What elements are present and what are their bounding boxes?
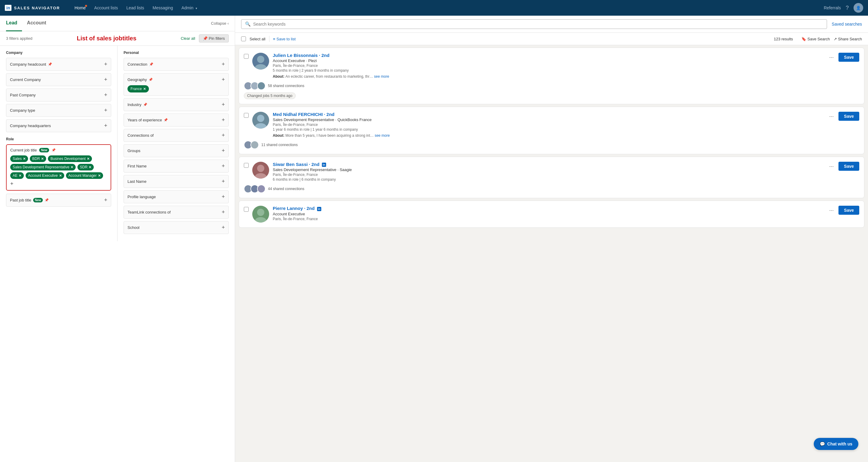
filter-company-headcount[interactable]: Company headcount 📌 + <box>6 58 111 71</box>
nav-home[interactable]: Home <box>71 4 89 12</box>
avatar[interactable] <box>252 112 269 129</box>
tag-sdr-rep[interactable]: Sales Development Representative✕ <box>10 164 76 170</box>
chat-button[interactable]: 💬 Chat with us <box>814 438 858 450</box>
remove-tag-icon[interactable]: ✕ <box>70 165 73 169</box>
geography-tag-france[interactable]: France ✕ <box>127 85 149 93</box>
filter-past-company[interactable]: Past Company + <box>6 89 111 101</box>
remove-tag-icon[interactable]: ✕ <box>143 87 146 91</box>
referrals-link[interactable]: Referrals <box>824 5 841 10</box>
tag-account-executive[interactable]: Account Executive✕ <box>26 172 64 179</box>
more-options-button[interactable]: ··· <box>827 53 836 62</box>
tag-bdr[interactable]: BDR✕ <box>30 156 46 162</box>
filter-past-job-title[interactable]: Past job title New 📌 + <box>6 194 111 207</box>
filter-school[interactable]: School + <box>124 221 229 234</box>
pin-icon: 📌 <box>149 62 153 66</box>
saved-searches-link[interactable]: Saved searches <box>832 22 862 27</box>
save-search-button[interactable]: 🔖 Save Search <box>801 37 830 41</box>
nav-lead-lists[interactable]: Lead lists <box>123 4 148 12</box>
connections-row: 44 shared connections <box>244 185 859 193</box>
collapse-button[interactable]: Collapse ‹ <box>211 21 229 26</box>
expand-icon: + <box>221 101 225 108</box>
pin-filters-button[interactable]: 📌 Pin filters <box>199 34 229 42</box>
select-all-checkbox[interactable] <box>241 36 246 41</box>
tag-sales[interactable]: Sales✕ <box>10 156 28 162</box>
company-section-label: Company <box>6 51 111 55</box>
filter-geography[interactable]: Geography 📌 + France ✕ <box>124 73 229 96</box>
help-icon[interactable]: ? <box>846 5 849 11</box>
filter-connection[interactable]: Connection 📌 + <box>124 58 229 71</box>
svg-point-7 <box>255 217 267 223</box>
expand-icon: + <box>221 163 225 169</box>
tag-ae[interactable]: AE✕ <box>10 172 24 179</box>
see-more-link[interactable]: see more <box>375 133 390 138</box>
save-lead-button[interactable]: Save <box>838 162 859 171</box>
filter-years-experience[interactable]: Years of experience 📌 + <box>124 113 229 127</box>
card-location: Paris, Île-de-France, France <box>273 172 823 177</box>
share-search-button[interactable]: ↗ Share Search <box>834 37 862 41</box>
remove-tag-icon[interactable]: ✕ <box>87 157 90 161</box>
clear-all-button[interactable]: Clear all <box>181 36 195 41</box>
filter-company-type[interactable]: Company type + <box>6 104 111 117</box>
avatar[interactable] <box>252 162 269 178</box>
brand-name: SALES NAVIGATOR <box>14 6 60 10</box>
card-checkbox[interactable] <box>244 113 249 118</box>
expand-icon: + <box>221 178 225 185</box>
search-input-wrap[interactable]: 🔍 <box>241 19 827 29</box>
card-checkbox[interactable] <box>244 207 249 212</box>
card-actions: ··· Save <box>827 112 859 121</box>
svg-point-2 <box>257 115 264 122</box>
results-header: Select all ≡ Save to list 123 results 🔖 … <box>235 33 868 45</box>
select-all-label[interactable]: Select all <box>250 37 266 41</box>
tag-account-manager[interactable]: Account Manager✕ <box>66 172 103 179</box>
expand-icon: + <box>104 61 107 67</box>
avatar[interactable]: 👤 <box>854 3 863 13</box>
filter-last-name[interactable]: Last Name + <box>124 175 229 188</box>
result-name[interactable]: Siwar Ben Sassi <box>273 162 308 167</box>
card-checkbox[interactable] <box>244 163 249 168</box>
remove-tag-icon[interactable]: ✕ <box>89 165 91 169</box>
remove-tag-icon[interactable]: ✕ <box>23 157 26 161</box>
tag-sdr[interactable]: SDR✕ <box>78 164 94 170</box>
tag-busines-development[interactable]: Busines Development✕ <box>48 156 92 162</box>
remove-tag-icon[interactable]: ✕ <box>98 174 101 178</box>
logo[interactable]: in SALES NAVIGATOR <box>5 5 60 11</box>
add-tag-button[interactable]: + <box>10 181 13 187</box>
result-card: Siwar Ben Sassi · 2nd in Sales Developem… <box>239 157 864 198</box>
filter-first-name[interactable]: First Name + <box>124 160 229 172</box>
save-lead-button[interactable]: Save <box>838 53 859 62</box>
card-checkbox[interactable] <box>244 54 249 59</box>
result-name[interactable]: Pierre Lannoy <box>273 206 303 211</box>
save-lead-button[interactable]: Save <box>838 112 859 121</box>
save-lead-button[interactable]: Save <box>838 206 859 215</box>
save-to-list-button[interactable]: ≡ Save to list <box>273 37 296 41</box>
remove-tag-icon[interactable]: ✕ <box>19 174 22 178</box>
filter-company-headquarters[interactable]: Company headquarters + <box>6 119 111 132</box>
remove-tag-icon[interactable]: ✕ <box>41 157 44 161</box>
more-options-button[interactable]: ··· <box>827 206 836 215</box>
navigation: in SALES NAVIGATOR Home Account lists Le… <box>0 0 868 16</box>
filter-profile-language[interactable]: Profile language + <box>124 190 229 203</box>
more-options-button[interactable]: ··· <box>827 162 836 171</box>
see-more-link[interactable]: see more <box>374 74 389 78</box>
tab-lead[interactable]: Lead <box>6 16 22 31</box>
remove-tag-icon[interactable]: ✕ <box>59 174 62 178</box>
more-options-button[interactable]: ··· <box>827 112 836 121</box>
filter-industry[interactable]: Industry 📌 + <box>124 98 229 111</box>
result-name[interactable]: Julien Le Bissonnais <box>273 53 318 58</box>
expand-icon: + <box>104 76 107 83</box>
search-input[interactable] <box>253 22 823 27</box>
result-name[interactable]: Med Nidhal FERCHICHI <box>273 112 323 117</box>
filter-teamlink[interactable]: TeamLink connections of + <box>124 206 229 219</box>
filter-current-company[interactable]: Current Company + <box>6 73 111 86</box>
nav-account-lists[interactable]: Account lists <box>91 4 122 12</box>
filter-connections-of[interactable]: Connections of + <box>124 129 229 142</box>
nav-messaging[interactable]: Messaging <box>149 4 177 12</box>
avatar[interactable] <box>252 53 269 70</box>
tab-account[interactable]: Account <box>27 16 51 31</box>
role-section: Role Current job title New 📌 Sales✕ BDR✕… <box>6 137 111 191</box>
filter-groups[interactable]: Groups + <box>124 144 229 157</box>
expand-icon: + <box>221 224 225 231</box>
nav-admin[interactable]: Admin ▾ <box>178 4 201 12</box>
card-info: Julien Le Bissonnais · 2nd Account Execu… <box>273 53 823 78</box>
avatar[interactable] <box>252 206 269 223</box>
